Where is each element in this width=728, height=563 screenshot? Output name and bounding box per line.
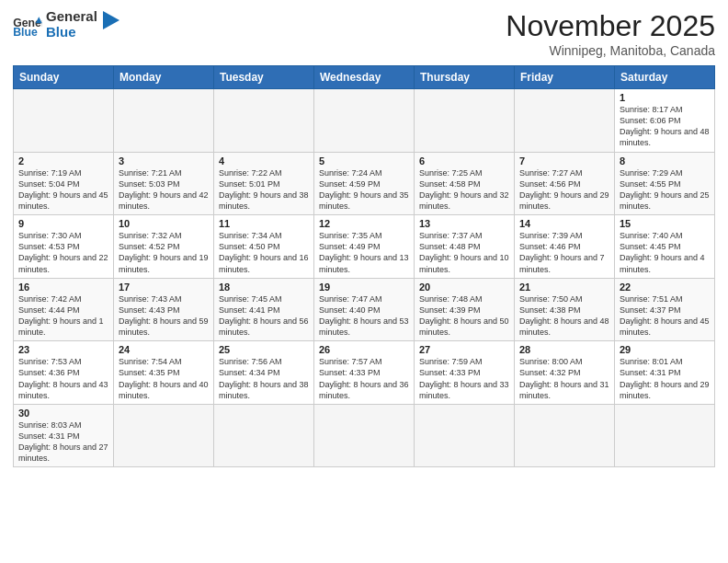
weekday-header-saturday: Saturday [615,66,715,89]
title-block: November 2025 Winnipeg, Manitoba, Canada [506,9,715,58]
day-number: 1 [620,92,710,103]
calendar-cell: 17Sunrise: 7:43 AM Sunset: 4:43 PM Dayli… [114,278,214,341]
header: General Blue General Blue November 2025 … [13,9,715,58]
day-number: 13 [419,218,509,229]
day-info: Sunrise: 7:53 AM Sunset: 4:36 PM Dayligh… [18,356,108,401]
day-info: Sunrise: 7:24 AM Sunset: 4:59 PM Dayligh… [319,167,409,213]
calendar-cell: 27Sunrise: 7:59 AM Sunset: 4:33 PM Dayli… [415,341,515,405]
day-number: 9 [18,218,108,229]
calendar-cell: 28Sunrise: 8:00 AM Sunset: 4:32 PM Dayli… [515,341,615,405]
week-row-2: 2Sunrise: 7:19 AM Sunset: 5:04 PM Daylig… [14,152,715,215]
calendar-cell: 19Sunrise: 7:47 AM Sunset: 4:40 PM Dayli… [314,278,415,341]
day-info: Sunrise: 7:57 AM Sunset: 4:33 PM Dayligh… [319,356,409,401]
calendar-cell: 24Sunrise: 7:54 AM Sunset: 4:35 PM Dayli… [114,341,214,405]
calendar-cell [114,404,214,467]
calendar-cell [515,89,615,153]
day-number: 16 [18,282,108,293]
day-info: Sunrise: 7:43 AM Sunset: 4:43 PM Dayligh… [119,293,209,339]
day-info: Sunrise: 7:42 AM Sunset: 4:44 PM Dayligh… [18,293,108,339]
calendar-cell: 16Sunrise: 7:42 AM Sunset: 4:44 PM Dayli… [14,278,114,341]
day-info: Sunrise: 7:48 AM Sunset: 4:39 PM Dayligh… [419,293,509,339]
calendar-cell: 2Sunrise: 7:19 AM Sunset: 5:04 PM Daylig… [14,152,114,215]
day-number: 26 [319,344,409,355]
day-number: 4 [219,155,309,167]
calendar-cell [114,89,214,153]
day-info: Sunrise: 8:01 AM Sunset: 4:31 PM Dayligh… [620,356,710,401]
day-info: Sunrise: 7:22 AM Sunset: 5:01 PM Dayligh… [219,167,309,213]
month-title: November 2025 [506,9,715,43]
calendar-cell: 26Sunrise: 7:57 AM Sunset: 4:33 PM Dayli… [314,341,415,405]
calendar-cell: 4Sunrise: 7:22 AM Sunset: 5:01 PM Daylig… [214,152,314,215]
calendar-cell: 23Sunrise: 7:53 AM Sunset: 4:36 PM Dayli… [14,341,114,405]
calendar-cell: 6Sunrise: 7:25 AM Sunset: 4:58 PM Daylig… [415,152,515,215]
week-row-6: 30Sunrise: 8:03 AM Sunset: 4:31 PM Dayli… [14,404,715,467]
calendar-cell: 1Sunrise: 8:17 AM Sunset: 6:06 PM Daylig… [615,89,715,153]
logo-icon: General Blue [13,12,42,38]
day-number: 20 [419,282,509,293]
weekday-header-thursday: Thursday [415,66,515,89]
calendar-cell: 11Sunrise: 7:34 AM Sunset: 4:50 PM Dayli… [214,215,314,279]
calendar-cell [214,89,314,153]
day-info: Sunrise: 7:47 AM Sunset: 4:40 PM Dayligh… [319,293,409,339]
weekday-header-tuesday: Tuesday [214,66,314,89]
day-number: 2 [18,155,108,167]
day-info: Sunrise: 7:35 AM Sunset: 4:49 PM Dayligh… [319,230,409,275]
calendar-cell: 9Sunrise: 7:30 AM Sunset: 4:53 PM Daylig… [14,215,114,279]
day-number: 23 [18,344,108,355]
day-number: 22 [620,282,710,293]
day-info: Sunrise: 7:19 AM Sunset: 5:04 PM Dayligh… [18,167,108,213]
calendar-cell: 15Sunrise: 7:40 AM Sunset: 4:45 PM Dayli… [615,215,715,279]
day-number: 29 [620,344,710,355]
day-info: Sunrise: 7:59 AM Sunset: 4:33 PM Dayligh… [419,356,509,401]
calendar-cell [314,404,415,467]
day-number: 3 [119,155,209,167]
calendar-cell [415,89,515,153]
day-info: Sunrise: 7:30 AM Sunset: 4:53 PM Dayligh… [18,230,108,275]
day-number: 6 [419,155,509,167]
week-row-4: 16Sunrise: 7:42 AM Sunset: 4:44 PM Dayli… [14,278,715,341]
day-info: Sunrise: 7:25 AM Sunset: 4:58 PM Dayligh… [419,167,509,213]
weekday-header-sunday: Sunday [14,66,114,89]
calendar-cell: 3Sunrise: 7:21 AM Sunset: 5:03 PM Daylig… [114,152,214,215]
day-number: 21 [519,282,609,293]
calendar-cell: 18Sunrise: 7:45 AM Sunset: 4:41 PM Dayli… [214,278,314,341]
calendar-cell [314,89,415,153]
day-info: Sunrise: 7:39 AM Sunset: 4:46 PM Dayligh… [519,230,609,275]
calendar-cell: 29Sunrise: 8:01 AM Sunset: 4:31 PM Dayli… [615,341,715,405]
day-number: 17 [119,282,209,293]
calendar-cell: 30Sunrise: 8:03 AM Sunset: 4:31 PM Dayli… [14,404,114,467]
calendar-cell: 13Sunrise: 7:37 AM Sunset: 4:48 PM Dayli… [415,215,515,279]
day-info: Sunrise: 7:34 AM Sunset: 4:50 PM Dayligh… [219,230,309,275]
calendar-cell [14,89,114,153]
day-number: 27 [419,344,509,355]
day-number: 30 [18,408,108,419]
day-info: Sunrise: 8:03 AM Sunset: 4:31 PM Dayligh… [18,419,108,465]
location-subtitle: Winnipeg, Manitoba, Canada [506,43,715,58]
logo-triangle-icon [103,11,119,31]
calendar-cell: 7Sunrise: 7:27 AM Sunset: 4:56 PM Daylig… [515,152,615,215]
day-number: 15 [620,218,710,229]
day-info: Sunrise: 7:54 AM Sunset: 4:35 PM Dayligh… [119,356,209,401]
weekday-header-wednesday: Wednesday [314,66,415,89]
day-info: Sunrise: 7:21 AM Sunset: 5:03 PM Dayligh… [119,167,209,213]
day-number: 19 [319,282,409,293]
weekday-header-friday: Friday [515,66,615,89]
week-row-1: 1Sunrise: 8:17 AM Sunset: 6:06 PM Daylig… [14,89,715,153]
day-number: 28 [519,344,609,355]
calendar-cell: 25Sunrise: 7:56 AM Sunset: 4:34 PM Dayli… [214,341,314,405]
day-number: 8 [620,155,710,167]
day-info: Sunrise: 7:51 AM Sunset: 4:37 PM Dayligh… [620,293,710,339]
calendar-cell: 14Sunrise: 7:39 AM Sunset: 4:46 PM Dayli… [515,215,615,279]
day-number: 24 [119,344,209,355]
weekday-header-monday: Monday [114,66,214,89]
logo-general: General [46,9,97,25]
day-number: 14 [519,218,609,229]
calendar-table: SundayMondayTuesdayWednesdayThursdayFrid… [13,65,715,467]
calendar-cell [515,404,615,467]
calendar-page: General Blue General Blue November 2025 … [0,0,728,563]
day-info: Sunrise: 7:40 AM Sunset: 4:45 PM Dayligh… [620,230,710,275]
day-info: Sunrise: 7:50 AM Sunset: 4:38 PM Dayligh… [519,293,609,339]
day-number: 12 [319,218,409,229]
calendar-cell: 10Sunrise: 7:32 AM Sunset: 4:52 PM Dayli… [114,215,214,279]
day-info: Sunrise: 7:32 AM Sunset: 4:52 PM Dayligh… [119,230,209,275]
